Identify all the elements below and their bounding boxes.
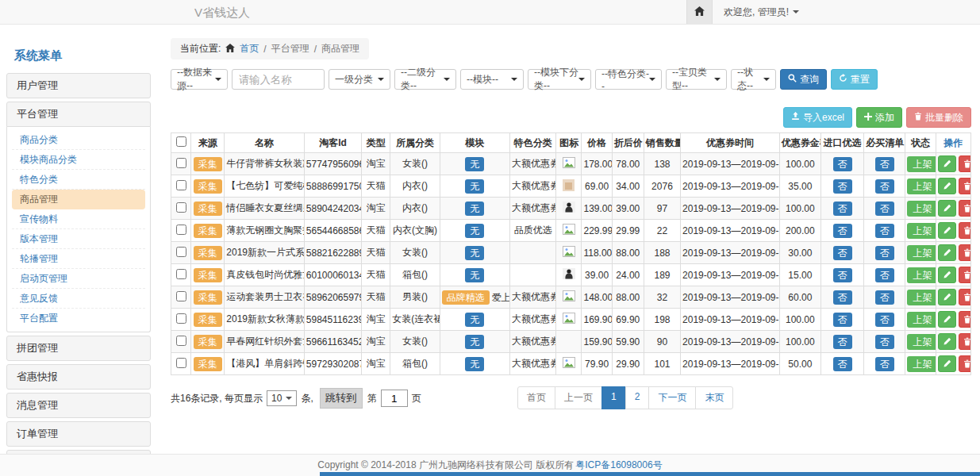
module-badge[interactable]: 无: [465, 268, 484, 282]
delete-button[interactable]: [959, 355, 971, 372]
breadcrumb-home-link[interactable]: 首页: [240, 42, 259, 56]
row-checkbox[interactable]: [176, 180, 186, 190]
status-badge[interactable]: 上架: [907, 201, 936, 217]
filter-module-sub-select[interactable]: --模块下分类--: [528, 69, 591, 90]
must-buy-badge[interactable]: 否: [875, 157, 894, 171]
edit-button[interactable]: [938, 311, 956, 328]
sidebar-item-平台配置[interactable]: 平台配置: [12, 309, 145, 328]
import-select-badge[interactable]: 否: [833, 157, 852, 171]
import-select-badge[interactable]: 否: [833, 179, 852, 194]
sidebar-group-拼团管理[interactable]: 拼团管理: [6, 336, 151, 361]
filter-data-source-select[interactable]: --数据来源--: [171, 69, 228, 90]
module-badge[interactable]: 无: [465, 246, 484, 260]
import-select-badge[interactable]: 否: [833, 313, 852, 327]
page-next-button[interactable]: 下一页: [648, 386, 696, 409]
page-last-button[interactable]: 末页: [695, 386, 733, 409]
name-search-input[interactable]: [232, 69, 325, 90]
sidebar-item-启动页管理[interactable]: 启动页管理: [12, 269, 145, 289]
status-badge[interactable]: 上架: [907, 223, 936, 239]
search-button[interactable]: 查询: [780, 69, 827, 90]
sidebar-group-省惠快报[interactable]: 省惠快报: [6, 364, 151, 390]
filter-category2-select[interactable]: --二级分类--: [394, 69, 456, 90]
import-excel-button[interactable]: 导入excel: [783, 107, 852, 128]
import-select-badge[interactable]: 否: [833, 290, 852, 305]
sidebar-item-模块商品分类[interactable]: 模块商品分类: [12, 150, 145, 170]
status-badge[interactable]: 上架: [907, 156, 936, 172]
sidebar-group-消息管理[interactable]: 消息管理: [6, 393, 151, 418]
home-button[interactable]: [686, 0, 713, 24]
edit-button[interactable]: [938, 222, 956, 239]
jump-page-input[interactable]: [381, 390, 408, 407]
sidebar-item-意见反馈[interactable]: 意见反馈: [12, 289, 145, 309]
module-badge[interactable]: 无: [465, 335, 484, 349]
edit-button[interactable]: [938, 155, 956, 172]
edit-button[interactable]: [938, 244, 956, 261]
delete-button[interactable]: [959, 200, 971, 217]
jump-button[interactable]: 跳转到: [320, 388, 363, 409]
module-badge[interactable]: 无: [465, 224, 484, 238]
module-badge[interactable]: 无: [465, 313, 484, 327]
batch-delete-button[interactable]: 批量删除: [906, 107, 971, 128]
edit-button[interactable]: [938, 178, 956, 194]
edit-button[interactable]: [938, 289, 956, 305]
page-prev-button[interactable]: 上一页: [555, 386, 602, 409]
import-select-badge[interactable]: 否: [833, 268, 852, 282]
sidebar-group-用户管理[interactable]: 用户管理: [6, 73, 151, 98]
delete-button[interactable]: [959, 289, 971, 305]
must-buy-badge[interactable]: 否: [875, 202, 894, 216]
module-badge[interactable]: 无: [465, 202, 484, 216]
import-select-badge[interactable]: 否: [833, 357, 852, 371]
edit-button[interactable]: [938, 200, 956, 217]
must-buy-badge[interactable]: 否: [875, 268, 894, 282]
sidebar-item-版本管理[interactable]: 版本管理: [12, 229, 145, 249]
delete-button[interactable]: [959, 155, 971, 172]
filter-feature-select[interactable]: --特色分类--: [595, 69, 662, 90]
module-badge[interactable]: 无: [465, 157, 484, 171]
delete-button[interactable]: [959, 244, 971, 261]
row-checkbox[interactable]: [176, 202, 186, 213]
page-size-select[interactable]: 10: [267, 390, 297, 406]
edit-button[interactable]: [938, 267, 956, 283]
status-badge[interactable]: 上架: [907, 312, 936, 328]
filter-status-select[interactable]: --状态--: [731, 69, 776, 90]
reset-button[interactable]: 重置: [831, 69, 878, 90]
delete-button[interactable]: [959, 311, 971, 328]
status-badge[interactable]: 上架: [907, 290, 936, 305]
row-checkbox[interactable]: [176, 269, 186, 279]
import-select-badge[interactable]: 否: [833, 224, 852, 238]
row-checkbox[interactable]: [176, 225, 186, 235]
sidebar-item-宣传物料[interactable]: 宣传物料: [12, 209, 145, 229]
row-checkbox[interactable]: [176, 247, 186, 257]
user-menu[interactable]: 欢迎您, 管理员!: [713, 6, 799, 19]
page-1-button[interactable]: 1: [601, 386, 626, 409]
must-buy-badge[interactable]: 否: [875, 246, 894, 260]
sidebar-item-特色分类[interactable]: 特色分类: [12, 170, 145, 190]
must-buy-badge[interactable]: 否: [875, 290, 894, 305]
delete-button[interactable]: [959, 222, 971, 239]
import-select-badge[interactable]: 否: [833, 246, 852, 260]
sidebar-item-商品管理[interactable]: 商品管理: [12, 190, 145, 209]
sidebar-group-订单管理[interactable]: 订单管理: [6, 421, 151, 447]
must-buy-badge[interactable]: 否: [875, 357, 894, 371]
row-checkbox[interactable]: [176, 158, 186, 168]
icp-link[interactable]: 粤ICP备16098006号: [575, 459, 662, 472]
status-badge[interactable]: 上架: [907, 334, 936, 350]
sidebar-item-商品分类[interactable]: 商品分类: [12, 130, 145, 150]
module-badge[interactable]: 品牌精选: [442, 290, 490, 305]
edit-button[interactable]: [938, 355, 956, 372]
sidebar-item-轮播管理[interactable]: 轮播管理: [12, 249, 145, 269]
import-select-badge[interactable]: 否: [833, 202, 852, 216]
status-badge[interactable]: 上架: [907, 356, 936, 372]
must-buy-badge[interactable]: 否: [875, 313, 894, 327]
row-checkbox[interactable]: [176, 336, 186, 346]
delete-button[interactable]: [959, 333, 971, 350]
sidebar-group-平台管理[interactable]: 平台管理: [6, 102, 151, 127]
module-badge[interactable]: 无: [465, 179, 484, 194]
delete-button[interactable]: [959, 178, 971, 194]
module-badge[interactable]: 无: [465, 357, 484, 371]
import-select-badge[interactable]: 否: [833, 335, 852, 349]
select-all-checkbox[interactable]: [176, 136, 186, 147]
add-button[interactable]: 添加: [856, 107, 902, 128]
must-buy-badge[interactable]: 否: [875, 224, 894, 238]
must-buy-badge[interactable]: 否: [875, 335, 894, 349]
